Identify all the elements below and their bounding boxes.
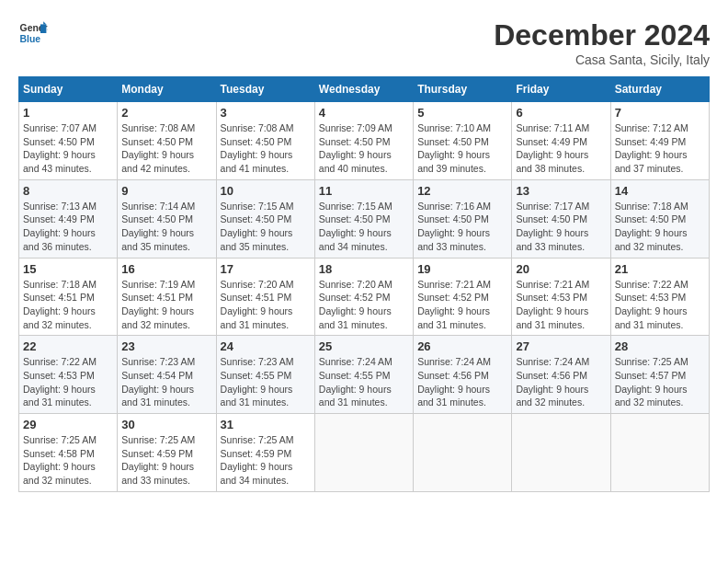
calendar-week-4: 22 Sunrise: 7:22 AMSunset: 4:53 PMDaylig… <box>19 336 710 414</box>
calendar-cell <box>414 414 512 492</box>
day-number: 24 <box>221 339 311 353</box>
day-number: 7 <box>615 106 705 120</box>
calendar-cell: 11 Sunrise: 7:15 AMSunset: 4:50 PMDaylig… <box>314 179 413 258</box>
day-info: Sunrise: 7:25 AMSunset: 4:58 PMDaylight:… <box>23 434 97 486</box>
calendar-cell: 10 Sunrise: 7:15 AMSunset: 4:50 PMDaylig… <box>216 179 314 258</box>
calendar-cell: 16 Sunrise: 7:19 AMSunset: 4:51 PMDaylig… <box>118 258 216 336</box>
day-info: Sunrise: 7:22 AMSunset: 4:53 PMDaylight:… <box>23 356 97 408</box>
logo-icon: General Blue <box>18 18 48 48</box>
day-info: Sunrise: 7:16 AMSunset: 4:50 PMDaylight:… <box>417 201 491 252</box>
calendar-cell: 8 Sunrise: 7:13 AMSunset: 4:49 PMDayligh… <box>19 179 118 258</box>
day-number: 20 <box>516 262 606 276</box>
calendar-cell: 29 Sunrise: 7:25 AMSunset: 4:58 PMDaylig… <box>19 414 118 492</box>
calendar-cell: 23 Sunrise: 7:23 AMSunset: 4:54 PMDaylig… <box>118 336 216 414</box>
calendar-week-1: 1 Sunrise: 7:07 AMSunset: 4:50 PMDayligh… <box>19 102 710 180</box>
day-info: Sunrise: 7:20 AMSunset: 4:51 PMDaylight:… <box>221 279 294 330</box>
header-friday: Friday <box>512 77 610 102</box>
day-info: Sunrise: 7:21 AMSunset: 4:53 PMDaylight:… <box>516 279 589 330</box>
day-info: Sunrise: 7:25 AMSunset: 4:59 PMDaylight:… <box>121 434 195 486</box>
page-header: General Blue December 2024 Casa Santa, S… <box>18 18 710 67</box>
day-number: 1 <box>23 106 113 120</box>
day-info: Sunrise: 7:12 AMSunset: 4:49 PMDaylight:… <box>615 122 688 174</box>
day-info: Sunrise: 7:25 AMSunset: 4:57 PMDaylight:… <box>615 356 688 408</box>
day-number: 28 <box>615 339 705 353</box>
header-thursday: Thursday <box>414 77 512 102</box>
day-info: Sunrise: 7:08 AMSunset: 4:50 PMDaylight:… <box>221 122 294 174</box>
day-number: 16 <box>121 262 211 276</box>
day-info: Sunrise: 7:14 AMSunset: 4:50 PMDaylight:… <box>121 201 195 252</box>
day-number: 8 <box>23 184 113 198</box>
day-info: Sunrise: 7:21 AMSunset: 4:52 PMDaylight:… <box>417 279 491 330</box>
header-tuesday: Tuesday <box>216 77 314 102</box>
day-number: 15 <box>23 262 113 276</box>
day-info: Sunrise: 7:17 AMSunset: 4:50 PMDaylight:… <box>516 201 589 252</box>
calendar-cell: 28 Sunrise: 7:25 AMSunset: 4:57 PMDaylig… <box>610 336 709 414</box>
calendar-cell: 1 Sunrise: 7:07 AMSunset: 4:50 PMDayligh… <box>19 102 118 180</box>
calendar-cell: 17 Sunrise: 7:20 AMSunset: 4:51 PMDaylig… <box>216 258 314 336</box>
day-info: Sunrise: 7:15 AMSunset: 4:50 PMDaylight:… <box>319 201 392 252</box>
day-info: Sunrise: 7:07 AMSunset: 4:50 PMDaylight:… <box>23 122 97 174</box>
calendar-cell: 26 Sunrise: 7:24 AMSunset: 4:56 PMDaylig… <box>414 336 512 414</box>
day-number: 9 <box>121 184 211 198</box>
svg-text:Blue: Blue <box>20 34 41 44</box>
day-info: Sunrise: 7:23 AMSunset: 4:54 PMDaylight:… <box>121 356 195 408</box>
day-info: Sunrise: 7:10 AMSunset: 4:50 PMDaylight:… <box>417 122 491 174</box>
day-number: 17 <box>221 262 311 276</box>
day-number: 18 <box>319 262 409 276</box>
calendar-table: SundayMondayTuesdayWednesdayThursdayFrid… <box>18 76 710 492</box>
calendar-cell: 20 Sunrise: 7:21 AMSunset: 4:53 PMDaylig… <box>512 258 610 336</box>
day-number: 29 <box>23 418 113 431</box>
day-info: Sunrise: 7:09 AMSunset: 4:50 PMDaylight:… <box>319 122 392 174</box>
calendar-cell: 24 Sunrise: 7:23 AMSunset: 4:55 PMDaylig… <box>216 336 314 414</box>
header-saturday: Saturday <box>610 77 709 102</box>
day-info: Sunrise: 7:20 AMSunset: 4:52 PMDaylight:… <box>319 279 392 330</box>
day-number: 14 <box>615 184 705 198</box>
calendar-cell: 19 Sunrise: 7:21 AMSunset: 4:52 PMDaylig… <box>414 258 512 336</box>
day-info: Sunrise: 7:24 AMSunset: 4:56 PMDaylight:… <box>417 356 491 408</box>
day-number: 12 <box>417 184 507 198</box>
calendar-cell: 27 Sunrise: 7:24 AMSunset: 4:56 PMDaylig… <box>512 336 610 414</box>
calendar-week-3: 15 Sunrise: 7:18 AMSunset: 4:51 PMDaylig… <box>19 258 710 336</box>
calendar-cell <box>314 414 413 492</box>
day-info: Sunrise: 7:24 AMSunset: 4:56 PMDaylight:… <box>516 356 589 408</box>
day-number: 4 <box>319 106 409 120</box>
day-number: 10 <box>221 184 311 198</box>
day-number: 3 <box>221 106 311 120</box>
day-info: Sunrise: 7:24 AMSunset: 4:55 PMDaylight:… <box>319 356 392 408</box>
calendar-cell: 15 Sunrise: 7:18 AMSunset: 4:51 PMDaylig… <box>19 258 118 336</box>
calendar-cell: 3 Sunrise: 7:08 AMSunset: 4:50 PMDayligh… <box>216 102 314 180</box>
calendar-cell: 30 Sunrise: 7:25 AMSunset: 4:59 PMDaylig… <box>118 414 216 492</box>
header-wednesday: Wednesday <box>314 77 413 102</box>
calendar-cell: 21 Sunrise: 7:22 AMSunset: 4:53 PMDaylig… <box>610 258 709 336</box>
day-info: Sunrise: 7:22 AMSunset: 4:53 PMDaylight:… <box>615 279 688 330</box>
day-number: 26 <box>417 339 507 353</box>
day-info: Sunrise: 7:19 AMSunset: 4:51 PMDaylight:… <box>121 279 195 330</box>
day-info: Sunrise: 7:11 AMSunset: 4:49 PMDaylight:… <box>516 122 589 174</box>
calendar-cell: 7 Sunrise: 7:12 AMSunset: 4:49 PMDayligh… <box>610 102 709 180</box>
calendar-cell: 5 Sunrise: 7:10 AMSunset: 4:50 PMDayligh… <box>414 102 512 180</box>
calendar-cell <box>610 414 709 492</box>
day-number: 30 <box>121 418 211 431</box>
calendar-week-2: 8 Sunrise: 7:13 AMSunset: 4:49 PMDayligh… <box>19 179 710 258</box>
day-info: Sunrise: 7:18 AMSunset: 4:50 PMDaylight:… <box>615 201 688 252</box>
day-info: Sunrise: 7:13 AMSunset: 4:49 PMDaylight:… <box>23 201 97 252</box>
day-number: 25 <box>319 339 409 353</box>
calendar-cell: 18 Sunrise: 7:20 AMSunset: 4:52 PMDaylig… <box>314 258 413 336</box>
day-number: 13 <box>516 184 606 198</box>
calendar-cell: 6 Sunrise: 7:11 AMSunset: 4:49 PMDayligh… <box>512 102 610 180</box>
header-monday: Monday <box>118 77 216 102</box>
day-info: Sunrise: 7:15 AMSunset: 4:50 PMDaylight:… <box>221 201 294 252</box>
logo: General Blue <box>18 18 48 48</box>
day-info: Sunrise: 7:18 AMSunset: 4:51 PMDaylight:… <box>23 279 97 330</box>
day-number: 31 <box>221 418 311 431</box>
day-number: 19 <box>417 262 507 276</box>
header-sunday: Sunday <box>19 77 118 102</box>
calendar-cell <box>512 414 610 492</box>
header-row: SundayMondayTuesdayWednesdayThursdayFrid… <box>19 77 710 102</box>
calendar-cell: 14 Sunrise: 7:18 AMSunset: 4:50 PMDaylig… <box>610 179 709 258</box>
calendar-cell: 4 Sunrise: 7:09 AMSunset: 4:50 PMDayligh… <box>314 102 413 180</box>
calendar-cell: 12 Sunrise: 7:16 AMSunset: 4:50 PMDaylig… <box>414 179 512 258</box>
month-title: December 2024 <box>494 18 710 52</box>
calendar-cell: 9 Sunrise: 7:14 AMSunset: 4:50 PMDayligh… <box>118 179 216 258</box>
calendar-week-5: 29 Sunrise: 7:25 AMSunset: 4:58 PMDaylig… <box>19 414 710 492</box>
